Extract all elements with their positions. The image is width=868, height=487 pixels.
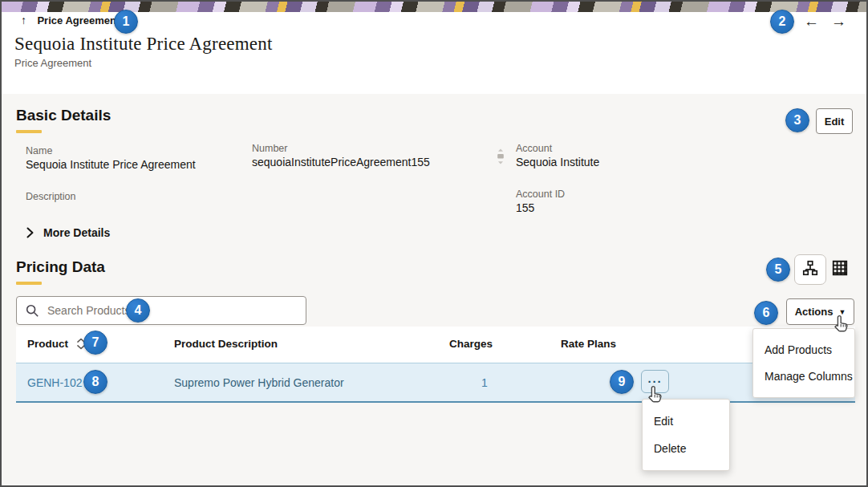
table-header-product-description: Product Description <box>174 338 278 350</box>
edit-button[interactable]: Edit <box>816 108 853 134</box>
ellipsis-icon: ··· <box>648 375 663 388</box>
grid-view-button[interactable] <box>829 259 850 280</box>
more-details-label: More Details <box>43 226 110 239</box>
grid-icon <box>831 259 849 280</box>
table-header-product[interactable]: Product <box>27 338 86 350</box>
callout-5: 5 <box>766 258 790 282</box>
search-products-input[interactable] <box>47 304 298 317</box>
row-actions-button[interactable]: ··· <box>641 370 669 393</box>
nav-back-icon[interactable]: ← <box>804 14 819 29</box>
callout-1: 1 <box>114 10 138 34</box>
product-link[interactable]: GENH-102 <box>27 376 82 389</box>
basic-details-accent-bar <box>16 130 42 133</box>
callout-9: 9 <box>610 370 634 394</box>
pricing-data-heading: Pricing Data <box>16 258 105 276</box>
account-id-field-value: 155 <box>516 201 534 214</box>
product-description-cell: Supremo Power Hybrid Generator <box>174 376 344 389</box>
actions-button[interactable]: Actions ▼ <box>786 298 854 325</box>
table-header-rate-plans: Rate Plans <box>561 338 616 350</box>
search-icon <box>25 303 39 318</box>
menu-item-edit[interactable]: Edit <box>643 415 729 428</box>
breadcrumb-label[interactable]: Price Agreements <box>37 14 125 26</box>
basic-details-heading: Basic Details <box>16 107 111 124</box>
name-field-label: Name <box>26 145 52 156</box>
page-title: Sequoia Institute Price Agreement <box>14 34 273 55</box>
menu-item-delete[interactable]: Delete <box>643 442 729 455</box>
account-spinner-icon <box>496 147 505 169</box>
account-field-value: Sequoia Institute <box>516 156 599 168</box>
callout-6: 6 <box>754 301 778 325</box>
table-row: GENH-102 Supremo Power Hybrid Generator … <box>16 363 855 403</box>
breadcrumb[interactable]: ↑ Price Agreements <box>21 13 126 27</box>
callout-2: 2 <box>770 10 794 34</box>
pricing-data-accent-bar <box>16 282 42 285</box>
price-agreement-page: ↑ Price Agreements Sequoia Institute Pri… <box>0 0 868 487</box>
callout-7: 7 <box>83 331 107 355</box>
callout-8: 8 <box>83 370 107 394</box>
charges-link[interactable]: 1 <box>481 376 488 389</box>
account-field-label: Account <box>516 143 552 154</box>
number-field-label: Number <box>252 143 287 154</box>
caret-down-icon: ▼ <box>838 308 846 316</box>
name-field-value: Sequoia Institute Price Agreement <box>26 158 196 171</box>
table-header-row: Product Product Description Charges Rate… <box>16 327 855 363</box>
hierarchy-view-button[interactable] <box>794 254 826 285</box>
chevron-right-icon <box>26 227 34 238</box>
actions-button-label: Actions <box>795 306 834 318</box>
content-background <box>2 94 866 485</box>
back-arrow-icon[interactable]: ↑ <box>21 14 26 26</box>
menu-item-manage-columns[interactable]: Manage Columns <box>753 370 854 383</box>
menu-item-add-products[interactable]: Add Products <box>753 343 854 356</box>
table-header-charges: Charges <box>449 338 493 350</box>
row-menu: Edit Delete <box>642 399 730 471</box>
account-id-field-label: Account ID <box>516 189 565 200</box>
number-field-value: sequoiaInstitutePriceAgreement155 <box>252 156 430 168</box>
nav-forward-icon[interactable]: → <box>831 14 846 29</box>
more-details-toggle[interactable]: More Details <box>26 226 110 239</box>
callout-4: 4 <box>126 298 150 323</box>
actions-menu: Add Products Manage Columns <box>752 328 855 398</box>
page-subtitle: Price Agreement <box>14 57 91 69</box>
table-header-product-label: Product <box>27 338 68 350</box>
description-field-label: Description <box>26 191 76 202</box>
hierarchy-icon <box>801 259 819 280</box>
search-products-box <box>16 296 306 325</box>
callout-3: 3 <box>785 108 809 132</box>
